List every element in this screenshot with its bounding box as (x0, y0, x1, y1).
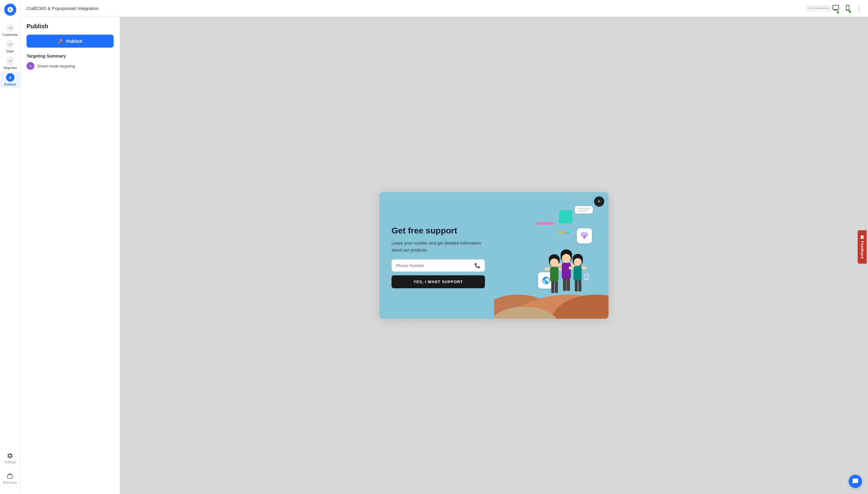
rocket-icon: 🚀 (58, 38, 63, 44)
svg-rect-7 (550, 267, 558, 282)
sidebar-item-segment[interactable]: Segment (0, 55, 20, 71)
svg-rect-10 (551, 281, 554, 293)
main-canvas: × Get free support Leave your number and… (120, 17, 868, 494)
sidebar-item-briefcase[interactable]: Briefcase (1, 470, 19, 487)
svg-rect-15 (562, 263, 571, 279)
sidebar-item-customize[interactable]: Customize (0, 22, 20, 38)
mobile-active-dot (849, 11, 851, 13)
svg-rect-8 (544, 267, 550, 270)
popup-heading: Get free support (391, 226, 485, 236)
popup-subtext: Leave your number and get detailed infor… (391, 240, 485, 253)
popup-modal: × Get free support Leave your number and… (380, 192, 609, 319)
phone-input-wrap[interactable]: 📞 (391, 259, 485, 272)
desktop-active-dot (837, 11, 839, 14)
sidebar-item-style[interactable]: Style (0, 38, 20, 55)
phone-icon: 📞 (474, 263, 480, 268)
mobile-device-button[interactable] (845, 4, 851, 12)
sidebar-item-publish[interactable]: 4 Publish (0, 71, 20, 88)
popup-cta-label: YES, I WANT SUPPORT (413, 280, 463, 284)
svg-point-29 (574, 258, 582, 266)
publish-button[interactable]: 🚀 Publish (26, 35, 114, 48)
step-label-segment: Segment (3, 66, 17, 70)
more-options-button[interactable]: ⋮ (856, 5, 862, 12)
targeting-summary-section: Targeting Summary ✦ Smart mode targeting (26, 54, 114, 70)
step-label-publish: Publish (4, 82, 16, 86)
svg-rect-11 (555, 281, 558, 293)
desktop-device-button[interactable] (832, 4, 840, 13)
step-label-style: Style (6, 50, 14, 53)
svg-rect-25 (569, 267, 574, 269)
briefcase-label: Briefcase (3, 481, 17, 484)
svg-rect-19 (567, 278, 570, 291)
phone-input[interactable] (396, 263, 474, 268)
feedback-tab[interactable]: Feedback (857, 230, 867, 264)
svg-rect-24 (574, 266, 582, 281)
sidebar-title: Publish (26, 23, 114, 30)
step-circle-customize (6, 23, 15, 32)
svg-rect-27 (575, 280, 578, 291)
popup-left-panel: Get free support Leave your number and g… (380, 192, 494, 319)
targeting-item: ✦ Smart mode targeting (26, 62, 114, 70)
publish-button-label: Publish (66, 39, 82, 44)
icon-bar: Customize Style Segment 4 Publish Settin… (0, 0, 20, 494)
popup-cta-button[interactable]: YES, I WANT SUPPORT (391, 275, 485, 288)
smart-mode-icon: ✦ (26, 62, 34, 70)
settings-label: Settings (4, 460, 16, 464)
illustration-svg (494, 192, 609, 319)
nav-bottom: Settings Briefcase (1, 450, 19, 490)
step-circle-publish: 4 (6, 73, 15, 82)
step-label-customize: Customize (2, 33, 18, 36)
close-icon: × (598, 199, 601, 204)
svg-rect-31 (585, 274, 588, 279)
header-actions: ⋮ (832, 4, 862, 13)
step-circle-segment (6, 57, 15, 65)
svg-rect-16 (556, 263, 562, 266)
app-logo[interactable] (4, 4, 16, 16)
sidebar-item-settings[interactable]: Settings (1, 450, 19, 467)
svg-rect-26 (582, 267, 587, 269)
popup-close-button[interactable]: × (594, 196, 604, 207)
step-circle-style (6, 40, 15, 49)
feedback-label: Feedback (860, 241, 864, 259)
top-header: CraftCMS & Popupsmart Integration ••••••… (20, 0, 868, 17)
page-title: CraftCMS & Popupsmart Integration (26, 6, 806, 11)
targeting-item-label: Smart mode targeting (37, 64, 75, 69)
svg-point-20 (562, 254, 571, 263)
svg-rect-18 (563, 278, 566, 291)
targeting-title: Targeting Summary (26, 54, 114, 58)
svg-rect-28 (578, 280, 581, 291)
url-bar: •••••••••••••••• (806, 5, 832, 12)
chat-widget-button[interactable] (849, 475, 862, 488)
sidebar-panel: Publish 🚀 Publish Targeting Summary ✦ Sm… (20, 17, 120, 494)
popup-right-panel (494, 192, 609, 319)
